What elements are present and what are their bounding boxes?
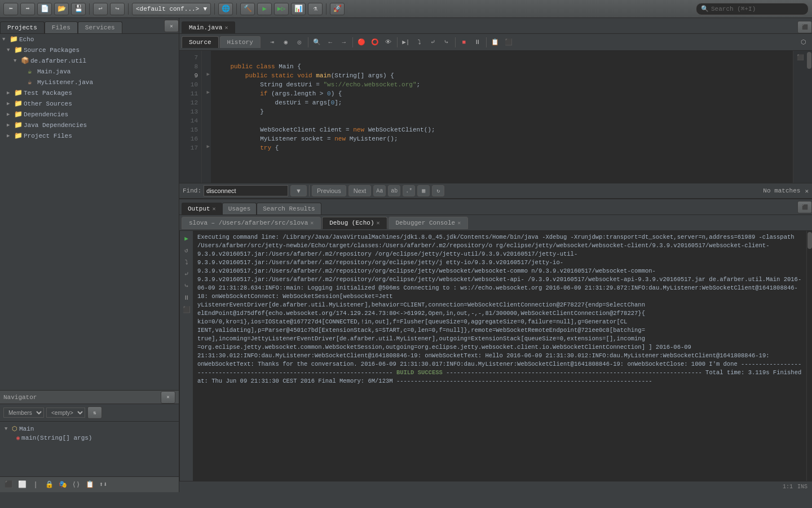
members-btn[interactable]: ◉	[280, 37, 292, 48]
stop-btn[interactable]: ■	[458, 37, 470, 48]
find-close-btn[interactable]: ✕	[805, 187, 809, 195]
find-dropdown-btn[interactable]: ▼	[290, 185, 307, 196]
find-prev-btn[interactable]: Previous	[312, 185, 346, 196]
window-btn[interactable]: ⬛	[502, 37, 515, 48]
find-match-case-btn[interactable]: Aa	[373, 185, 386, 196]
rerun-btn[interactable]: ↺	[182, 245, 192, 255]
toolbar-redo-btn[interactable]: ↪	[110, 3, 125, 15]
toolbar-back-btn[interactable]: ⬅	[3, 3, 18, 15]
hierarchy-btn[interactable]: ◎	[293, 37, 306, 48]
config-dropdown[interactable]: <default conf...> ▼	[132, 3, 211, 15]
tree-item-echo[interactable]: ▼ 📁 Echo	[0, 34, 179, 45]
slova-tab-close[interactable]: ✕	[310, 220, 314, 226]
tree-item-project-files[interactable]: ▶ 📁 Project Files	[0, 130, 179, 141]
watch-btn[interactable]: 👁	[382, 37, 395, 48]
editor-scrollbar[interactable]	[806, 51, 812, 183]
tree-item-main-java[interactable]: ☕ Main.java	[0, 66, 179, 77]
step-into-btn[interactable]: ⤶	[427, 37, 439, 48]
nav-members-dropdown[interactable]: Members	[3, 408, 44, 418]
nav-tree-root[interactable]: ▼ ⬡ Main	[2, 424, 176, 433]
toolbar-forward-btn[interactable]: ➡	[20, 3, 35, 15]
pause-btn[interactable]: ⏸	[471, 37, 484, 48]
find-usages-btn[interactable]: 🔍	[311, 37, 323, 48]
pause-btn[interactable]: ⏸	[182, 292, 192, 303]
console-scrollbar[interactable]	[806, 231, 812, 481]
erb-1[interactable]: ⬛	[795, 52, 806, 63]
history-tab[interactable]: History	[220, 36, 261, 48]
nav-sort-btn[interactable]: ⇅	[87, 406, 102, 419]
console-content[interactable]: Executing command line: /Library/Java/Ja…	[193, 231, 806, 481]
toolbar-open-btn[interactable]: 📂	[54, 3, 69, 15]
toolbar-debug-btn[interactable]: ▶▷	[274, 3, 289, 15]
scrollbar-thumb[interactable]	[807, 52, 811, 69]
usages-tab[interactable]: Usages	[222, 203, 257, 214]
output-tab-close[interactable]: ✕	[213, 205, 216, 212]
editor-maximize-btn[interactable]: ⬛	[797, 21, 812, 33]
search-box-top[interactable]: 🔍 Search (⌘+I)	[696, 3, 809, 15]
toolbar-hammer-btn[interactable]: 🔨	[240, 3, 255, 15]
bt-btn-6[interactable]: ⟨⟩	[70, 479, 82, 491]
debugger-console-tab[interactable]: Debugger Console ✕	[389, 217, 469, 229]
find-input[interactable]	[204, 185, 288, 196]
fold-arrow-9[interactable]: ▶	[202, 71, 210, 80]
nav-tree-item[interactable]: ◉ main(String[] args)	[2, 433, 176, 443]
tree-item-java-dependencies[interactable]: ▶ 📁 Java Dependencies	[0, 120, 179, 130]
tab-services[interactable]: Services	[78, 21, 122, 33]
panel-close-btn[interactable]: ✕	[164, 20, 179, 32]
run-btn[interactable]: ▶	[182, 233, 192, 243]
toolbar-new-btn[interactable]: 📄	[37, 3, 52, 15]
find-wrap-btn[interactable]: ↻	[432, 185, 444, 196]
bottom-maximize-btn[interactable]: ⬛	[797, 201, 812, 213]
right-btn[interactable]: →	[338, 37, 350, 48]
debug-tab[interactable]: Debug (Echo) ✕	[322, 217, 387, 229]
step-over-btn[interactable]: ⤵	[413, 37, 426, 48]
tree-item-package[interactable]: ▼ 📦 de.afarber.util	[0, 55, 179, 66]
console-scrollbar-thumb[interactable]	[807, 232, 812, 249]
tree-item-other-sources[interactable]: ▶ 📁 Other Sources	[0, 98, 179, 109]
step-over-btn[interactable]: ⤵	[182, 257, 192, 267]
fold-arrow-17[interactable]: ▶	[202, 143, 210, 152]
goto-source-btn[interactable]: ⇥	[266, 37, 279, 48]
bt-btn-7[interactable]: 📋	[83, 479, 96, 491]
source-tab[interactable]: Source	[182, 36, 219, 48]
find-regex-btn[interactable]: .*	[403, 185, 415, 196]
editor-tab-main[interactable]: Main.java ✕	[182, 21, 235, 33]
bt-btn-1[interactable]: ⬛	[2, 479, 15, 491]
editor-tab-close[interactable]: ✕	[224, 24, 228, 31]
step-out-btn[interactable]: ⤷	[182, 281, 192, 291]
debug-tab-close[interactable]: ✕	[376, 220, 379, 226]
debugger-console-tab-close[interactable]: ✕	[457, 220, 461, 226]
stop-btn[interactable]: ⬛	[182, 304, 192, 314]
run-to-cursor-btn[interactable]: ▶|	[400, 37, 412, 48]
tasks-btn[interactable]: 📋	[489, 37, 501, 48]
bt-btn-4[interactable]: 🔒	[43, 479, 55, 491]
find-next-btn[interactable]: Next	[348, 185, 372, 196]
bp-btn[interactable]: ⭕	[369, 37, 381, 48]
bt-btn-3[interactable]: |	[29, 479, 42, 491]
left-btn[interactable]: ←	[324, 37, 337, 48]
bt-btn-2[interactable]: ⬜	[16, 479, 28, 491]
nav-close-btn[interactable]: ✕	[161, 391, 175, 404]
toolbar-run-btn[interactable]: ▶	[257, 3, 272, 15]
tree-item-test-packages[interactable]: ▶ 📁 Test Packages	[0, 87, 179, 98]
find-selection-btn[interactable]: ▦	[417, 185, 430, 196]
tab-files[interactable]: Files	[45, 21, 78, 33]
step-out-btn[interactable]: ⤷	[440, 37, 453, 48]
step-into-btn[interactable]: ⤶	[182, 269, 192, 279]
toggle-bp-btn[interactable]: 🔴	[355, 37, 368, 48]
toolbar-globe-btn[interactable]: 🌐	[218, 3, 233, 15]
tree-item-mylistener-java[interactable]: ☕ MyListener.java	[0, 77, 179, 87]
editor-expand-btn[interactable]: ⬡	[797, 37, 810, 48]
toolbar-undo-btn[interactable]: ↩	[93, 3, 108, 15]
search-results-tab[interactable]: Search Results	[257, 203, 321, 214]
fold-arrow-11[interactable]: ▶	[202, 89, 210, 98]
slova-tab[interactable]: slova – /Users/afarber/src/slova ✕	[182, 217, 321, 229]
toolbar-save-btn[interactable]: 💾	[71, 3, 86, 15]
find-whole-word-btn[interactable]: ab	[388, 185, 400, 196]
toolbar-profile-btn[interactable]: 📊	[291, 3, 306, 15]
code-content[interactable]: public class Main { public static void m…	[211, 51, 793, 183]
nav-empty-dropdown[interactable]: <empty>	[46, 408, 85, 418]
tab-projects[interactable]: Projects	[0, 21, 45, 33]
toolbar-test-btn[interactable]: ⚗	[308, 3, 323, 15]
toolbar-deploy-btn[interactable]: 🚀	[330, 3, 345, 15]
